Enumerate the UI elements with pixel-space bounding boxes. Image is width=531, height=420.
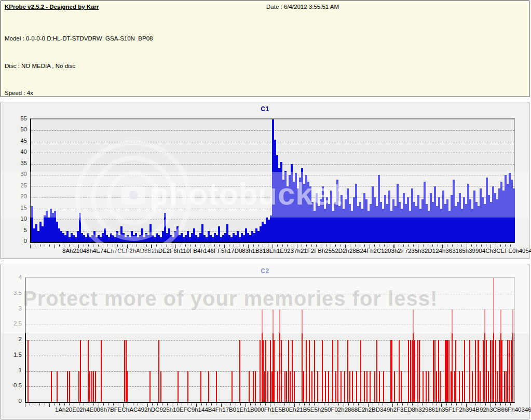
c2-chart-panel: C2 Protect more of your memories for les… — [1, 264, 529, 419]
c2-bar — [88, 340, 89, 402]
y-tick-label: 3 — [2, 305, 22, 311]
c2-bar — [352, 371, 353, 402]
c2-bar — [270, 340, 271, 402]
y-tick-label: 50 — [7, 126, 27, 132]
c2-bar — [267, 371, 268, 402]
y-tick-label: 1 — [2, 367, 22, 373]
c2-bar — [322, 340, 323, 402]
c2-bar — [337, 340, 338, 402]
c2-bar — [394, 371, 395, 402]
c1-chart-panel: C1 photobucket 55504540353025201510508Ah… — [1, 102, 529, 259]
x-tick-label: 21F2FBh — [301, 248, 325, 254]
c2-bar — [497, 371, 498, 402]
c2-bar — [428, 371, 429, 402]
c2-bar — [408, 340, 409, 402]
c2-bar — [452, 309, 453, 402]
c2-bar — [232, 371, 233, 402]
c2-bar — [436, 371, 437, 402]
c2-bar — [89, 371, 90, 402]
c2-bar — [356, 371, 357, 402]
x-tick-label: 2552D2h — [325, 248, 349, 254]
x-tick-label: AC492h — [129, 407, 151, 413]
c2-bar — [93, 371, 94, 402]
c2-bar — [426, 371, 427, 402]
disc-line: Disc : NO MEDIA , No disc — [5, 62, 153, 71]
x-tick-label: 28B24Fh — [349, 248, 374, 254]
x-tick-label: 329861h — [418, 407, 442, 413]
y-tick-label: 45 — [7, 138, 27, 144]
c2-bar — [200, 371, 201, 402]
c2-bar — [347, 340, 348, 402]
c2-bar — [67, 371, 68, 402]
kprobe-window: { "header": { "title": "KProbe v2.5.2 - … — [0, 0, 531, 420]
c2-bar — [306, 340, 307, 402]
y-tick-label: 0.5 — [2, 382, 22, 388]
c2-bar — [500, 309, 501, 402]
x-tick-label: 363165h — [445, 248, 469, 254]
x-tick-label: 10EFC9h — [173, 407, 198, 413]
c2-bar — [433, 340, 434, 402]
y-tick-label: 2 — [2, 336, 22, 342]
y-tick-label: 55 — [7, 115, 27, 121]
c2-bar — [419, 340, 420, 402]
c2-bar — [391, 340, 392, 402]
c2-bar — [440, 371, 441, 402]
y-tick-label: 25 — [7, 182, 27, 188]
c2-bar — [309, 340, 310, 402]
c2-bar — [249, 371, 250, 402]
c2-bar — [501, 340, 502, 402]
y-tick-label: 40 — [7, 148, 27, 155]
x-axis-labels: 1Ah20E02h4E006h7BFEChAC492hDC925h10EFC9h… — [55, 407, 518, 413]
c2-bar — [314, 340, 315, 402]
x-tick-label: 32D124h — [421, 248, 446, 254]
c2-bar — [124, 340, 125, 402]
x-tick-label: 4E74Eh — [93, 248, 114, 254]
c2-bar — [303, 371, 304, 402]
c2-bar — [364, 371, 365, 402]
c2-bar — [417, 340, 418, 402]
c2-bars — [26, 278, 514, 402]
x-tick-label: 4E006h — [86, 407, 107, 413]
x-tick-label: 394B92h — [466, 407, 489, 413]
c2-bar — [286, 371, 287, 402]
c2-bar — [344, 371, 345, 402]
model-line: Model : 0-0-0-0 D:HL-DT-STDVDRW GSA-S10N… — [5, 34, 153, 44]
c2-bar — [260, 340, 261, 402]
c2-bar — [149, 371, 151, 402]
x-tick-label: 1B318Eh — [252, 248, 277, 254]
c2-bar — [512, 309, 513, 402]
c2-bar — [469, 340, 470, 402]
c2-bar — [445, 340, 446, 402]
x-axis-labels: 8Ah21048h4E74Eh7CEF2hAD8B2hDE2F6h110FB4h… — [62, 248, 518, 254]
c2-bar — [279, 309, 280, 402]
y-tick-label: 4 — [2, 274, 22, 280]
c2-bar — [332, 340, 333, 402]
c2-bar — [160, 371, 161, 402]
c2-bar — [478, 340, 479, 402]
c2-bar — [292, 340, 293, 402]
c2-bar — [265, 340, 266, 402]
speed-line: Speed : 4x — [5, 89, 153, 98]
c2-bar — [414, 340, 415, 402]
c2-bar — [281, 340, 282, 402]
c2-bar — [78, 371, 79, 402]
x-tick-label: 17B01Eh — [222, 407, 247, 413]
c2-bar — [499, 340, 500, 402]
x-tick-label: 403460h — [515, 407, 531, 413]
c2-bar — [302, 309, 303, 402]
c2-bar — [410, 340, 411, 402]
c2-bar — [509, 340, 510, 402]
x-tick-label: 146FF5h — [204, 248, 228, 254]
x-tick-label: 35F1F2h — [442, 407, 466, 413]
y-tick-label: 35 — [7, 160, 27, 166]
x-tick-label: 1Ah — [55, 407, 65, 413]
x-tick-label: 20E02h — [65, 407, 86, 413]
c2-bar — [399, 340, 400, 402]
c2-bar — [507, 340, 508, 402]
scan-date: Date : 6/4/2012 3:55:51 AM — [266, 4, 339, 10]
c2-bar — [274, 340, 275, 402]
c2-bar — [178, 371, 179, 402]
y-tick-label: 3.5 — [2, 290, 22, 296]
c2-bar — [486, 340, 487, 402]
c2-bar — [311, 371, 312, 402]
